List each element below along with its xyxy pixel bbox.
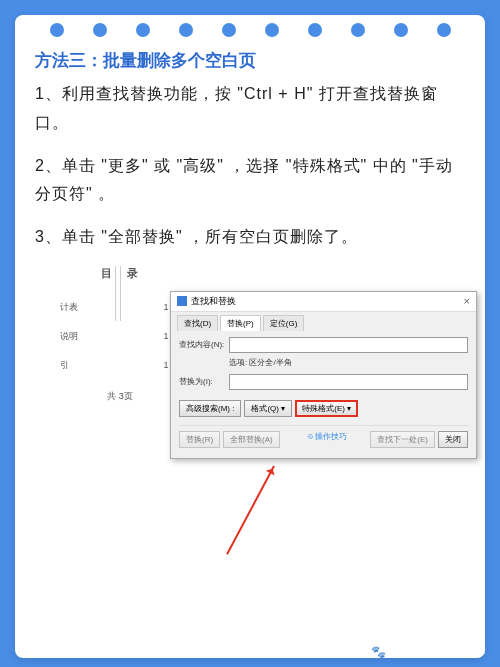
replace-label: 替换为(I): (179, 376, 229, 387)
replace-all-button[interactable]: 全部替换(A) (223, 431, 280, 448)
more-button[interactable]: 高级搜索(M) : (179, 400, 241, 417)
format-button[interactable]: 格式(Q) ▾ (244, 400, 292, 417)
find-replace-dialog: 查找和替换 × 查找(D) 替换(P) 定位(G) 查找内容(N): 选项: 区… (170, 291, 477, 459)
paw-icon: 🐾 (371, 645, 386, 659)
close-icon[interactable]: × (464, 295, 470, 307)
method-title: 方法三：批量删除多个空白页 (35, 49, 465, 72)
paper-card: 方法三：批量删除多个空白页 1、利用查找替换功能，按 "Ctrl + H" 打开… (15, 15, 485, 658)
operation-hint[interactable]: ⊙ 操作技巧 (307, 431, 347, 448)
dialog-titlebar: 查找和替换 × (171, 292, 476, 312)
close-button[interactable]: 关闭 (438, 431, 468, 448)
find-next-button[interactable]: 查找下一处(E) (370, 431, 435, 448)
dialog-body: 查找内容(N): 选项: 区分全/半角 替换为(I): 高级搜索(M) : 格式… (171, 331, 476, 458)
find-input[interactable] (229, 337, 468, 353)
binder-holes (35, 23, 465, 37)
step-1: 1、利用查找替换功能，按 "Ctrl + H" 打开查找替换窗口。 (35, 80, 465, 138)
tab-replace[interactable]: 替换(P) (220, 315, 261, 331)
toc-heading: 目 录 (35, 266, 205, 281)
annotation-arrow (226, 466, 275, 555)
dialog-tabs: 查找(D) 替换(P) 定位(G) (171, 312, 476, 331)
screenshot-area: 目 录 计表1 页 说明1 页 引1 页 共 3页 查找和替换 × 查找(D) … (35, 266, 465, 496)
tab-find[interactable]: 查找(D) (177, 315, 218, 331)
replace-button[interactable]: 替换(R) (179, 431, 220, 448)
step-3: 3、单击 "全部替换" ，所有空白页删除了。 (35, 223, 465, 252)
special-format-button[interactable]: 特殊格式(E) ▾ (295, 400, 358, 417)
watermark: 🐾@通讯信息小公举 (371, 644, 486, 661)
tab-goto[interactable]: 定位(G) (263, 315, 305, 331)
step-2: 2、单击 "更多" 或 "高级" ，选择 "特殊格式" 中的 "手动分页符" 。 (35, 152, 465, 210)
dialog-icon (177, 296, 187, 306)
find-label: 查找内容(N): (179, 339, 229, 350)
replace-input[interactable] (229, 374, 468, 390)
options-row: 选项: 区分全/半角 (229, 357, 468, 368)
dialog-title-text: 查找和替换 (191, 295, 236, 308)
